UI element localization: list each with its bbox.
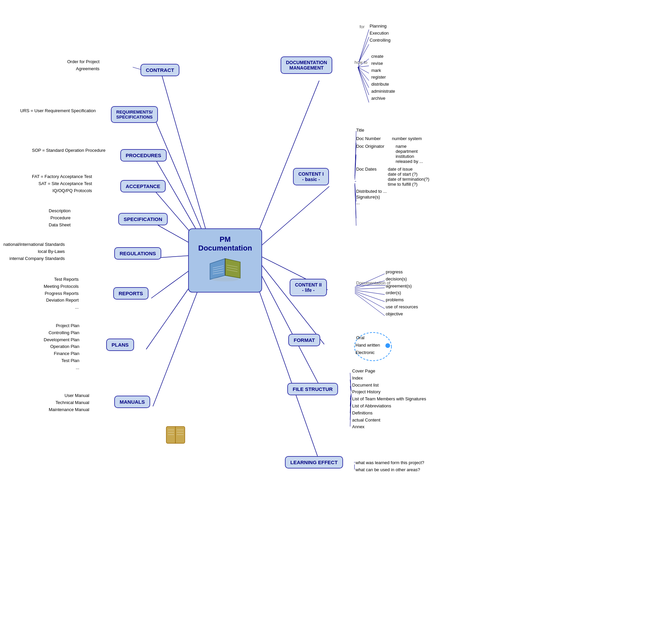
content1-numsystem: number system <box>392 136 422 141</box>
reports-label-5: ... <box>44 304 79 311</box>
content1-node: CONTENT I - basic - <box>293 168 329 185</box>
format-box: FORMAT <box>288 334 320 346</box>
content1-docnum-label: Doc Number <box>356 136 381 141</box>
specification-label-3: Data Sheet <box>49 222 71 229</box>
file-item-7: Definitions <box>352 410 426 417</box>
content2-docof-label: Documentation of <box>356 280 391 285</box>
reports-label-1: Test Reports <box>44 276 79 283</box>
format-electronic: Electronic <box>356 350 375 355</box>
file-item-8: actual Content <box>352 417 426 424</box>
svg-line-66 <box>350 393 351 400</box>
contract-line-svg <box>0 0 672 622</box>
contract-label-1: Order for Project <box>67 59 99 66</box>
content2-item-7: objective <box>386 311 418 318</box>
file-item-5: List of Team Members with Signatures <box>352 395 426 403</box>
doc-mgmt-for-1: Planning <box>370 23 391 30</box>
acceptance-labels: FAT = Factory Acceptance Test SAT = Site… <box>32 173 92 194</box>
content1-distributed: Distributed to ... <box>356 189 429 194</box>
content1-date-1: date of issue <box>388 167 429 172</box>
format-bullet <box>385 343 390 348</box>
specification-label-2: Procedure <box>49 215 71 222</box>
content1-orig-4: released by ... <box>396 159 423 164</box>
main-box: PM Documentation <box>188 229 262 292</box>
acceptance-box: ACCEPTANCE <box>120 180 166 193</box>
file-item-6: List of Abbreviations <box>352 403 426 410</box>
acceptance-label-3: IQ/OQ/PQ Protocols <box>32 187 92 195</box>
svg-line-69 <box>350 395 351 420</box>
plans-label-6: Test Plan <box>44 357 79 365</box>
content1-orig-2: department <box>396 149 423 154</box>
learning-effect-box: LEARNING EFFECT <box>285 456 343 469</box>
svg-line-59 <box>355 293 385 316</box>
content1-orig-3: institution <box>396 154 423 159</box>
svg-point-25 <box>212 277 239 281</box>
format-dashed-circle: Oral Hand written Electronic <box>353 330 393 365</box>
requirements-node: REQUIREMENTS/ SPECIFICATIONS <box>111 106 158 123</box>
plans-node: PLANS <box>106 339 134 351</box>
format-node: FORMAT <box>288 334 320 346</box>
format-circle-svg: Oral Hand written Electronic <box>353 330 393 364</box>
procedures-box: PROCEDURES <box>120 149 167 162</box>
regulations-label-3: internal Company Standards <box>3 255 65 262</box>
file-item-1: Cover Page <box>352 368 426 375</box>
center-node: PM Documentation <box>188 229 262 292</box>
procedures-labels: SOP = Standard Operation Procedure <box>32 147 105 154</box>
specification-node: SPECIFICATION <box>118 213 168 226</box>
plans-label-7: ... <box>44 365 79 372</box>
manuals-node: MANUALS <box>114 395 150 408</box>
content2-item-5: problems <box>386 297 418 304</box>
doc-mgmt-howto-1: create <box>371 53 395 60</box>
doc-mgmt-howto-2: revise <box>371 60 395 67</box>
svg-line-39 <box>358 66 369 67</box>
content2-item-3: agreement(s) <box>386 283 418 290</box>
doc-mgmt-howto-3: mark <box>371 67 395 74</box>
doc-mgmt-howto-7: archive <box>371 95 395 102</box>
content2-items: progress decision(s) agreement(s) order(… <box>386 269 418 318</box>
format-oral: Oral <box>356 335 365 340</box>
doc-mgmt-howto-4: register <box>371 74 395 81</box>
svg-line-70 <box>350 396 351 426</box>
svg-line-44 <box>358 67 369 102</box>
content1-dots: ... <box>356 200 429 205</box>
content1-orig-1: name <box>396 144 423 149</box>
content2-node: CONTENT II - life - <box>290 279 327 296</box>
file-structur-node: FILE STRUCTUR <box>287 383 338 395</box>
file-item-2: Index <box>352 375 426 382</box>
specification-label-1: Description <box>49 208 71 215</box>
svg-line-68 <box>350 394 351 413</box>
specification-box: SPECIFICATION <box>118 213 168 226</box>
content1-signatures: Signature(s) <box>356 195 429 200</box>
svg-line-34 <box>133 67 141 70</box>
doc-mgmt-for-label: for <box>360 24 365 30</box>
regulations-labels: national/international Standards local B… <box>3 241 65 262</box>
learning-item-2: what can be used in other areas? <box>356 466 424 474</box>
learning-item-1: what was learned form this project? <box>356 459 424 466</box>
contract-box: CONTRACT <box>140 64 179 76</box>
svg-line-12 <box>257 259 324 344</box>
acceptance-label-2: SAT = Site Acceptance Test <box>32 180 92 187</box>
plans-label-1: Project Plan <box>44 322 79 330</box>
svg-line-10 <box>259 186 329 248</box>
procedures-label-1: SOP = Standard Operation Procedure <box>32 147 105 154</box>
requirements-label-1: URS = User Requirement Specification <box>20 107 96 114</box>
procedures-node: PROCEDURES <box>120 149 167 162</box>
doc-mgmt-for-2: Execution <box>370 30 391 37</box>
requirements-labels: URS = User Requirement Specification <box>20 107 96 114</box>
contract-node: CONTRACT <box>140 64 179 76</box>
svg-line-64 <box>350 386 351 392</box>
svg-line-67 <box>350 394 351 406</box>
content2-item-2: decision(s) <box>386 276 418 283</box>
regulations-node: REGULATIONS <box>114 247 161 260</box>
svg-line-0 <box>161 73 208 238</box>
content1-title-label: Title <box>356 128 429 133</box>
svg-line-35 <box>359 30 369 62</box>
reports-label-2: Meeting Protocols <box>44 283 79 290</box>
content2-box: CONTENT II - life - <box>290 279 327 296</box>
svg-line-57 <box>355 291 385 302</box>
plans-label-3: Development Plan <box>44 337 79 344</box>
contract-labels: Order for Project Agreements <box>67 59 99 73</box>
reports-label-4: Deviation Report <box>44 297 79 304</box>
svg-line-43 <box>358 67 369 95</box>
content1-box: CONTENT I - basic - <box>293 168 329 185</box>
svg-line-9 <box>255 80 319 239</box>
